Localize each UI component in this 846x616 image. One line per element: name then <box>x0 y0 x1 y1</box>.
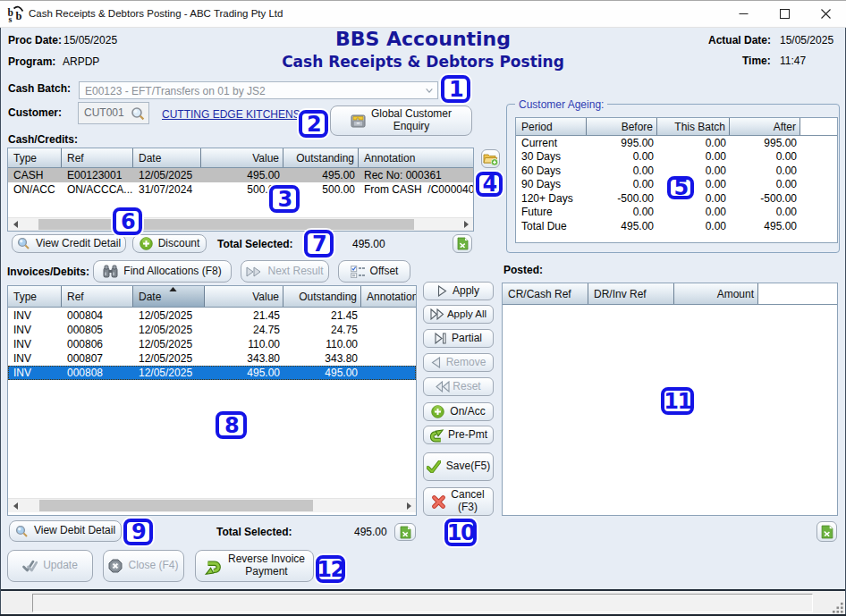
window-border-left <box>0 28 1 616</box>
folder-add-icon <box>483 152 498 165</box>
cancel-button[interactable]: Cancel (F3) <box>423 487 494 516</box>
col-dr-inv-ref[interactable]: DR/Inv Ref <box>588 283 674 304</box>
remove-button[interactable]: Remove <box>423 353 494 372</box>
time-label: Time: <box>742 55 771 67</box>
status-bar <box>0 591 846 616</box>
sort-ascending-icon <box>169 287 177 291</box>
reverse-arrow-icon <box>204 558 223 575</box>
reset-button[interactable]: Reset <box>423 377 494 396</box>
view-credit-detail-label: View Credit Detail <box>36 238 121 250</box>
card-file-icon <box>351 114 366 128</box>
time-value: 11:47 <box>780 55 806 67</box>
close-form-label: Close (F4) <box>128 560 178 572</box>
ageing-header: Period Before This Batch After <box>516 118 837 136</box>
app-logo-icon: b s b <box>7 4 25 22</box>
cash-credits-hscrollbar[interactable] <box>8 217 473 231</box>
col-after[interactable]: After <box>730 118 800 135</box>
inv-export-excel-button[interactable] <box>394 523 416 541</box>
view-credit-detail-button[interactable]: View Credit Detail <box>12 234 126 253</box>
invoice-row-000804[interactable]: INV 000804 12/05/2025 21.45 21.45 <box>8 308 416 323</box>
update-button[interactable]: Update <box>7 550 93 582</box>
close-window-button[interactable] <box>805 0 846 28</box>
cash-export-excel-button[interactable] <box>453 234 472 253</box>
reset-label: Reset <box>453 381 480 393</box>
posted-export-excel-button[interactable] <box>816 521 837 542</box>
col-inv-annotation[interactable]: Annotation <box>361 286 416 307</box>
scroll-left-icon[interactable] <box>8 218 22 231</box>
inv-scroll-left-icon[interactable] <box>8 499 22 512</box>
find-allocations-button[interactable]: Find Allocations (F8) <box>93 260 232 283</box>
col-date[interactable]: Date <box>133 148 201 167</box>
customer-name-link[interactable]: CUTTING EDGE KITCHENS <box>162 108 300 121</box>
discount-label: Discount <box>158 238 200 250</box>
callout-3: 3 <box>269 185 300 213</box>
col-amount[interactable]: Amount <box>674 283 758 304</box>
close-octagon-icon <box>108 559 123 573</box>
col-inv-type[interactable]: Type <box>8 286 62 307</box>
view-debit-search-icon <box>15 525 29 538</box>
view-debit-detail-button[interactable]: View Debit Detail <box>9 520 122 542</box>
discount-button[interactable]: Discount <box>132 234 207 253</box>
customer-code-field[interactable]: CUT001 <box>78 102 149 124</box>
reverse-invoice-payment-button[interactable]: Reverse Invoice Payment <box>195 550 314 582</box>
batch-documents-button[interactable] <box>481 149 500 168</box>
posted-header: CR/Cash Ref DR/Inv Ref Amount <box>503 283 837 305</box>
col-before[interactable]: Before <box>587 118 657 135</box>
program-value: ARPDP <box>63 55 99 68</box>
ageing-row-total: Total Due 495.00 0.00 495.00 <box>516 219 837 233</box>
partial-button[interactable]: Partial <box>423 329 494 348</box>
save-check-icon <box>427 460 441 473</box>
apply-all-button[interactable]: Apply All <box>423 305 494 324</box>
offset-button[interactable]: Offset <box>338 260 410 283</box>
save-button[interactable]: Save(F5) <box>423 452 494 481</box>
on-acc-button[interactable]: On/Acc <box>423 402 494 421</box>
col-outstanding[interactable]: Outstanding <box>283 148 359 167</box>
invoice-row-000808[interactable]: INV 000808 12/05/2025 495.00 495.00 <box>8 366 416 380</box>
scrollbar-thumb[interactable] <box>38 219 414 230</box>
col-value[interactable]: Value <box>201 148 283 167</box>
scroll-right-icon[interactable] <box>459 218 473 231</box>
remove-label: Remove <box>446 357 486 369</box>
invoices-hscrollbar[interactable] <box>8 498 416 512</box>
col-period[interactable]: Period <box>516 118 587 135</box>
app-title: BBS Accounting <box>244 28 602 50</box>
cash-credits-row-2[interactable]: ON/ACC ON/ACCCA... 31/07/2024 500.00 500… <box>8 182 473 197</box>
close-icon <box>821 9 831 19</box>
apply-button[interactable]: Apply <box>423 282 494 300</box>
inv-scrollbar-thumb[interactable] <box>39 500 313 511</box>
col-inv-value[interactable]: Value <box>205 286 283 307</box>
cash-credits-header: Type Ref Date Value Outstanding Annotati… <box>8 148 473 168</box>
chevron-down-icon <box>426 89 433 93</box>
customer-search-icon[interactable] <box>131 106 146 122</box>
on-acc-label: On/Acc <box>450 406 485 418</box>
inv-scroll-right-icon[interactable] <box>402 499 416 512</box>
invoice-row-000805[interactable]: INV 000805 12/05/2025 24.75 24.75 <box>8 323 416 337</box>
col-annotation[interactable]: Annotation <box>359 148 473 167</box>
col-cr-cash-ref[interactable]: CR/Cash Ref <box>503 283 588 304</box>
col-type[interactable]: Type <box>8 148 62 167</box>
pre-pmt-button[interactable]: Pre-Pmt <box>423 426 494 444</box>
col-inv-outstanding[interactable]: Outstanding <box>283 286 361 307</box>
callout-11: 11 <box>661 387 694 415</box>
close-form-button[interactable]: Close (F4) <box>103 550 184 582</box>
col-this-batch[interactable]: This Batch <box>657 118 730 135</box>
minimize-button[interactable] <box>723 0 764 28</box>
callout-2: 2 <box>299 110 328 138</box>
global-customer-enquiry-button[interactable]: Global Customer Enquiry <box>330 105 472 136</box>
col-ref[interactable]: Ref <box>62 148 133 167</box>
binoculars-icon <box>103 265 118 278</box>
program-label: Program: <box>8 55 55 68</box>
app-window: b s b Cash Receipts & Debtors Posting - … <box>0 0 846 616</box>
cash-batch-combo[interactable]: E00123 - EFT/Transfers on 01 by JS2 <box>79 81 438 99</box>
proc-date-value: 15/05/2025 <box>63 34 117 46</box>
invoice-row-000806[interactable]: INV 000806 12/05/2025 110.00 110.00 <box>8 337 416 351</box>
invoice-row-000807[interactable]: INV 000807 12/05/2025 343.80 343.80 <box>8 351 416 366</box>
save-label: Save(F5) <box>446 460 490 473</box>
maximize-button[interactable] <box>764 0 805 28</box>
cash-credits-row-1[interactable]: CASH E00123001 12/05/2025 495.00 495.00 … <box>8 168 473 182</box>
col-inv-ref[interactable]: Ref <box>62 286 133 307</box>
window-border-top <box>0 0 846 1</box>
next-result-button[interactable]: Next Result <box>241 260 329 283</box>
resize-grip-icon[interactable] <box>833 602 844 613</box>
apply-label: Apply <box>453 285 479 298</box>
